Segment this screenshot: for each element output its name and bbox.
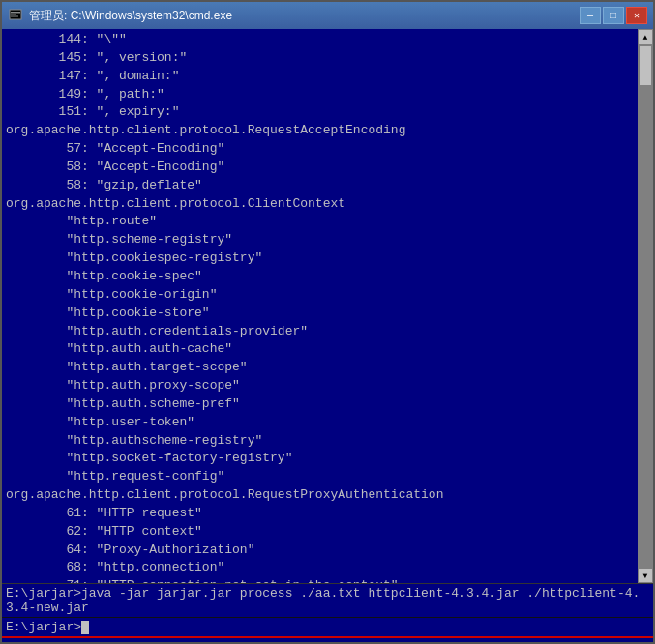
window: 管理员: C:\Windows\system32\cmd.exe — □ ✕ 1… bbox=[0, 0, 655, 644]
titlebar: 管理员: C:\Windows\system32\cmd.exe — □ ✕ bbox=[2, 2, 653, 29]
svg-rect-1 bbox=[11, 12, 20, 14]
titlebar-icon bbox=[8, 8, 23, 23]
scrollbar-track[interactable] bbox=[638, 44, 653, 568]
titlebar-title: 管理员: C:\Windows\system32\cmd.exe bbox=[29, 8, 580, 24]
scrollbar-thumb[interactable] bbox=[640, 46, 651, 85]
maximize-button[interactable]: □ bbox=[603, 7, 624, 24]
scrollbar[interactable]: ▲ ▼ bbox=[638, 29, 653, 583]
terminal-output[interactable]: 144: "\"" 145: ", version:" 147: ", doma… bbox=[2, 29, 653, 583]
command-line: E:\jarjar>java -jar jarjar.jar process .… bbox=[2, 583, 653, 617]
svg-rect-3 bbox=[11, 16, 18, 17]
cursor bbox=[81, 621, 89, 634]
terminal-body: 144: "\"" 145: ", version:" 147: ", doma… bbox=[2, 29, 653, 583]
close-button[interactable]: ✕ bbox=[626, 7, 647, 24]
svg-rect-2 bbox=[11, 15, 16, 15]
bottom-bar bbox=[2, 636, 653, 642]
prompt-text: E:\jarjar> bbox=[6, 620, 81, 634]
titlebar-buttons: — □ ✕ bbox=[580, 7, 647, 24]
prompt-line: E:\jarjar> bbox=[2, 617, 653, 636]
minimize-button[interactable]: — bbox=[580, 7, 601, 24]
scroll-down-button[interactable]: ▼ bbox=[638, 568, 653, 583]
scroll-up-button[interactable]: ▲ bbox=[638, 29, 653, 44]
